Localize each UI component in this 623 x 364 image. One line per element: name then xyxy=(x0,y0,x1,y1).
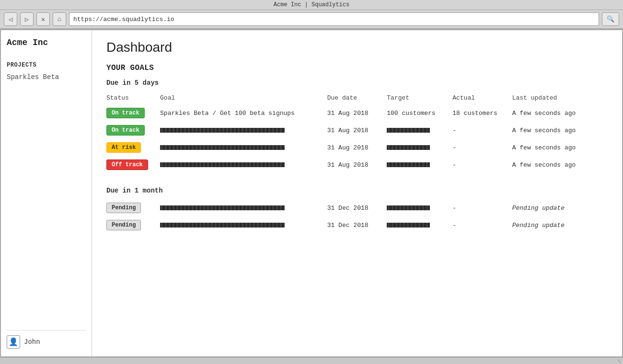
due-date-cell: 31 Dec 2018 xyxy=(327,199,387,216)
projects-section-label: PROJECTS xyxy=(7,62,86,68)
goals-table-1-month: Pending31 Dec 2018-Pending updatePending… xyxy=(106,199,608,234)
goal-cell[interactable] xyxy=(160,156,327,173)
user-name: John xyxy=(24,338,40,346)
last-updated-cell: A few seconds ago xyxy=(512,104,608,122)
user-avatar-icon: 👤 xyxy=(7,335,20,349)
due-label-1-month: Due in 1 month xyxy=(106,187,608,194)
last-updated-cell: A few seconds ago xyxy=(512,156,608,173)
redacted-goal xyxy=(160,145,285,150)
back-button[interactable]: ◁ xyxy=(4,12,17,26)
target-cell xyxy=(387,216,452,234)
goal-cell[interactable] xyxy=(160,122,327,139)
target-cell xyxy=(387,122,452,139)
target-cell xyxy=(387,139,452,156)
redacted-goal xyxy=(160,128,285,133)
browser-title: Acme Inc | Squadlytics xyxy=(274,1,349,8)
table-row[interactable]: Pending31 Dec 2018-Pending update xyxy=(106,216,608,234)
goal-cell[interactable] xyxy=(160,139,327,156)
due-date-cell: 31 Aug 2018 xyxy=(327,156,387,173)
status-badge: Pending xyxy=(106,220,141,230)
home-button[interactable]: ⌂ xyxy=(53,12,66,26)
forward-button[interactable]: ▷ xyxy=(20,12,34,26)
goal-cell[interactable] xyxy=(160,199,327,216)
actual-cell: - xyxy=(452,199,512,216)
goal-cell[interactable] xyxy=(160,216,327,234)
redacted-goal xyxy=(160,223,285,228)
status-badge: Pending xyxy=(106,203,141,213)
actual-cell: - xyxy=(452,156,512,173)
redacted-goal xyxy=(160,162,285,167)
resize-icon: ⤡ xyxy=(617,358,621,364)
status-badge: On track xyxy=(106,125,145,136)
due-label-5-days: Due in 5 days xyxy=(106,79,608,87)
address-bar[interactable] xyxy=(69,12,599,26)
actual-cell: - xyxy=(452,139,512,156)
page-title: Dashboard xyxy=(106,40,608,55)
sidebar-item-sparkles-beta[interactable]: Sparkles Beta xyxy=(7,72,86,82)
org-name[interactable]: Acme Inc xyxy=(7,38,86,52)
table-row[interactable]: Off track31 Aug 2018-A few seconds ago xyxy=(106,156,608,173)
goals-section-title: YOUR GOALS xyxy=(106,64,608,72)
last-updated-cell: A few seconds ago xyxy=(512,139,608,156)
browser-titlebar: Acme Inc | Squadlytics xyxy=(0,0,623,10)
due-date-cell: 31 Aug 2018 xyxy=(327,104,387,122)
close-button[interactable]: ✕ xyxy=(36,12,50,26)
goal-cell[interactable]: Sparkles Beta / Get 100 beta signups xyxy=(160,104,327,122)
goals-group-due-1-month: Due in 1 month Pending31 Dec 2018-Pendin… xyxy=(106,187,608,234)
goals-group-due-5-days: Due in 5 days Status Goal Due date Targe… xyxy=(106,79,608,173)
redacted-target xyxy=(387,205,430,210)
browser-statusbar: ⤡ xyxy=(0,357,623,364)
browser-toolbar: ◁ ▷ ✕ ⌂ 🔍 xyxy=(0,10,623,29)
due-date-cell: 31 Aug 2018 xyxy=(327,122,387,139)
status-badge: On track xyxy=(106,108,145,118)
goals-table-5-days: Status Goal Due date Target Actual Last … xyxy=(106,91,608,173)
redacted-goal xyxy=(160,205,285,210)
col-header-last-updated: Last updated xyxy=(512,91,608,104)
target-cell: 100 customers xyxy=(387,104,452,122)
actual-cell: - xyxy=(452,216,512,234)
search-button[interactable]: 🔍 xyxy=(602,12,619,26)
col-header-goal: Goal xyxy=(160,91,327,104)
actual-cell: 18 customers xyxy=(452,104,512,122)
sidebar-footer: 👤 John xyxy=(7,330,86,349)
table-row[interactable]: Pending31 Dec 2018-Pending update xyxy=(106,199,608,216)
last-updated-cell: A few seconds ago xyxy=(512,122,608,139)
sidebar: Acme Inc PROJECTS Sparkles Beta 👤 John xyxy=(1,30,92,356)
target-cell xyxy=(387,199,452,216)
col-header-target: Target xyxy=(387,91,452,104)
table-row[interactable]: On trackSparkles Beta / Get 100 beta sig… xyxy=(106,104,608,122)
col-header-actual: Actual xyxy=(452,91,512,104)
table-row[interactable]: On track31 Aug 2018-A few seconds ago xyxy=(106,122,608,139)
due-date-cell: 31 Aug 2018 xyxy=(327,139,387,156)
main-content: Dashboard YOUR GOALS Due in 5 days Statu… xyxy=(92,30,622,356)
last-updated-cell: Pending update xyxy=(512,199,608,216)
status-badge: At risk xyxy=(106,142,141,153)
redacted-target xyxy=(387,128,430,133)
redacted-target xyxy=(387,145,430,150)
redacted-target xyxy=(387,223,430,228)
col-header-status: Status xyxy=(106,91,160,104)
redacted-target xyxy=(387,162,430,167)
browser-content: Acme Inc PROJECTS Sparkles Beta 👤 John D… xyxy=(0,29,623,357)
table-row[interactable]: At risk31 Aug 2018-A few seconds ago xyxy=(106,139,608,156)
col-header-due-date: Due date xyxy=(327,91,387,104)
last-updated-cell: Pending update xyxy=(512,216,608,234)
target-cell xyxy=(387,156,452,173)
status-badge: Off track xyxy=(106,159,148,170)
actual-cell: - xyxy=(452,122,512,139)
due-date-cell: 31 Dec 2018 xyxy=(327,216,387,234)
